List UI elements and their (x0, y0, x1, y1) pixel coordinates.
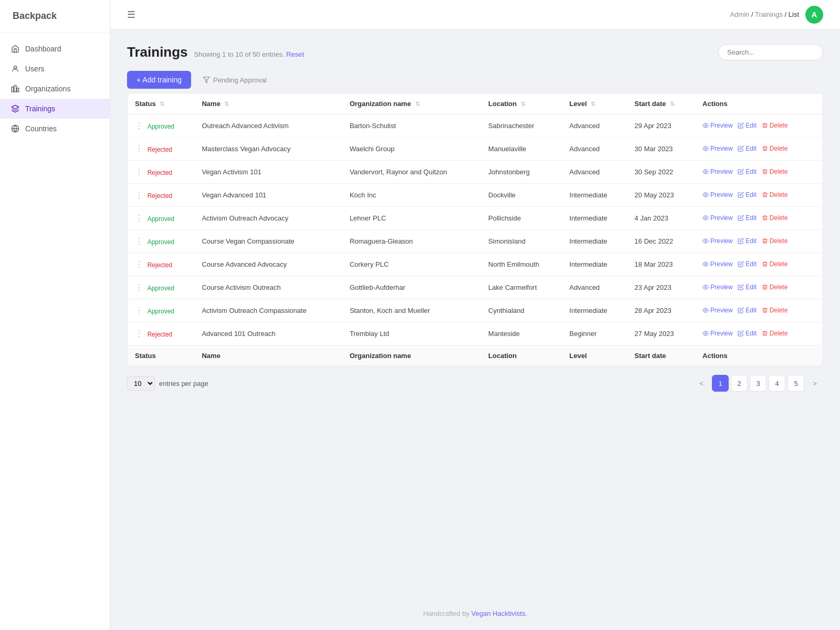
sidebar-item-label: Users (25, 65, 45, 73)
edit-button[interactable]: Edit (738, 284, 757, 291)
prev-page-button[interactable]: < (693, 375, 710, 392)
cell-org: Koch Inc (342, 184, 481, 207)
table-footer-row: Status Name Organization name Location L… (128, 345, 823, 366)
drag-handle[interactable]: ⋮ (135, 329, 143, 338)
edit-button[interactable]: Edit (738, 214, 757, 222)
breadcrumb-admin[interactable]: Admin (730, 10, 749, 18)
eye-icon (702, 238, 709, 244)
cell-level: Advanced (562, 114, 627, 138)
delete-button[interactable]: Delete (762, 260, 788, 268)
col-name[interactable]: Name ⇅ (194, 93, 342, 114)
preview-button[interactable]: Preview (702, 260, 733, 268)
sidebar-item-organizations[interactable]: Organizations (0, 79, 110, 99)
table-row: ⋮ Rejected Masterclass Vegan Advocacy Wa… (128, 138, 823, 161)
next-page-button[interactable]: > (806, 375, 823, 392)
preview-button[interactable]: Preview (702, 307, 733, 314)
trash-icon (762, 169, 768, 175)
sort-icon: ⇅ (160, 101, 164, 108)
preview-button[interactable]: Preview (702, 330, 733, 337)
search-input[interactable] (718, 44, 823, 60)
page-5-button[interactable]: 5 (788, 375, 804, 392)
page-4-button[interactable]: 4 (769, 375, 785, 392)
page-2-button[interactable]: 2 (731, 375, 748, 392)
cell-name: Advanced 101 Outreach (194, 322, 342, 345)
drag-handle[interactable]: ⋮ (135, 237, 143, 246)
reset-link[interactable]: Reset (286, 50, 304, 58)
hamburger-icon[interactable]: ☰ (127, 9, 135, 20)
col-status[interactable]: Status ⇅ (128, 93, 194, 114)
edit-button[interactable]: Edit (738, 145, 757, 152)
preview-button[interactable]: Preview (702, 122, 733, 129)
sidebar-item-dashboard[interactable]: Dashboard (0, 39, 110, 59)
col-location[interactable]: Location ⇅ (481, 93, 562, 114)
preview-button[interactable]: Preview (702, 237, 733, 245)
footer-link[interactable]: Vegan Hacktivists. (471, 610, 527, 617)
cell-name: Vegan Advanced 101 (194, 184, 342, 207)
table-row: ⋮ Rejected Vegan Activism 101 Vandervort… (128, 161, 823, 184)
page-1-button[interactable]: 1 (712, 375, 729, 392)
edit-button[interactable]: Edit (738, 260, 757, 268)
delete-button[interactable]: Delete (762, 330, 788, 337)
delete-button[interactable]: Delete (762, 168, 788, 175)
delete-button[interactable]: Delete (762, 122, 788, 129)
preview-button[interactable]: Preview (702, 145, 733, 152)
drag-handle[interactable]: ⋮ (135, 191, 143, 200)
drag-handle[interactable]: ⋮ (135, 306, 143, 315)
preview-button[interactable]: Preview (702, 284, 733, 291)
table-row: ⋮ Approved Course Vegan Compassionate Ro… (128, 230, 823, 253)
sidebar-item-users[interactable]: Users (0, 59, 110, 79)
preview-button[interactable]: Preview (702, 168, 733, 175)
table-header-row: Status ⇅ Name ⇅ Organization name ⇅ Loca… (128, 93, 823, 114)
delete-button[interactable]: Delete (762, 214, 788, 222)
cell-name: Activism Outreach Compassionate (194, 299, 342, 322)
cell-location: Simonisland (481, 230, 562, 253)
col-level[interactable]: Level ⇅ (562, 93, 627, 114)
add-training-button[interactable]: + Add training (127, 71, 191, 89)
drag-handle[interactable]: ⋮ (135, 214, 143, 223)
cell-start-date: 29 Apr 2023 (627, 114, 695, 138)
cell-status: ⋮ Approved (128, 230, 194, 253)
drag-handle[interactable]: ⋮ (135, 260, 143, 269)
sidebar-item-countries[interactable]: Countries (0, 119, 110, 139)
cell-start-date: 30 Mar 2023 (627, 138, 695, 161)
footer-col-location: Location (481, 345, 562, 366)
drag-handle[interactable]: ⋮ (135, 121, 143, 130)
entries-per-page-select[interactable]: 10 25 50 (127, 376, 155, 391)
cell-level: Intermediate (562, 230, 627, 253)
edit-button[interactable]: Edit (738, 237, 757, 245)
edit-icon (738, 284, 744, 290)
sidebar-item-trainings[interactable]: Trainings (0, 99, 110, 119)
drag-handle[interactable]: ⋮ (135, 167, 143, 176)
sidebar: Backpack Dashboard Users Organizations T… (0, 0, 110, 630)
delete-button[interactable]: Delete (762, 145, 788, 152)
cell-actions: Preview Edit Delete (695, 322, 823, 345)
breadcrumb-trainings[interactable]: Trainings (755, 10, 783, 18)
page-3-button[interactable]: 3 (750, 375, 766, 392)
table-row: ⋮ Rejected Course Advanced Advocacy Cork… (128, 253, 823, 276)
edit-button[interactable]: Edit (738, 330, 757, 337)
edit-button[interactable]: Edit (738, 122, 757, 129)
delete-button[interactable]: Delete (762, 191, 788, 198)
drag-handle[interactable]: ⋮ (135, 144, 143, 153)
edit-button[interactable]: Edit (738, 191, 757, 198)
svg-marker-6 (203, 77, 209, 83)
drag-handle[interactable]: ⋮ (135, 283, 143, 292)
delete-button[interactable]: Delete (762, 237, 788, 245)
status-badge: Approved (148, 237, 174, 247)
cell-level: Intermediate (562, 184, 627, 207)
cell-location: North Emilmouth (481, 253, 562, 276)
col-org[interactable]: Organization name ⇅ (342, 93, 481, 114)
avatar[interactable]: A (805, 6, 823, 24)
preview-button[interactable]: Preview (702, 214, 733, 222)
entries-selector: 10 25 50 entries per page (127, 376, 208, 391)
status-badge: Approved (148, 307, 174, 316)
delete-button[interactable]: Delete (762, 284, 788, 291)
cell-org: Waelchi Group (342, 138, 481, 161)
edit-button[interactable]: Edit (738, 168, 757, 175)
page-content: Trainings Showing 1 to 10 of 50 entries.… (110, 29, 840, 597)
preview-button[interactable]: Preview (702, 191, 733, 198)
delete-button[interactable]: Delete (762, 307, 788, 314)
edit-button[interactable]: Edit (738, 307, 757, 314)
col-start-date[interactable]: Start date ⇅ (627, 93, 695, 114)
pending-approval-filter[interactable]: Pending Approval (197, 73, 272, 87)
